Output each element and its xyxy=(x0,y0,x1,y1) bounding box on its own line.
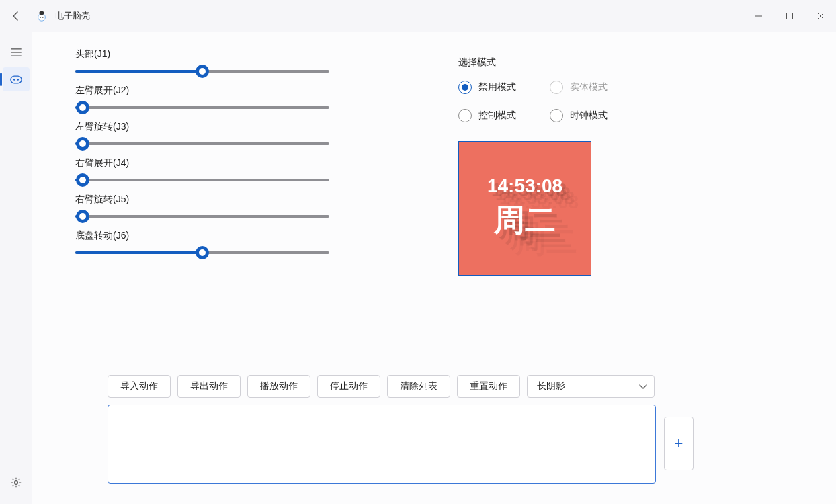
content-area: 头部(J1)左臂展开(J2)左臂旋转(J3)右臂展开(J4)右臂旋转(J5)底盘… xyxy=(32,32,836,504)
clock-card: 14:53:08 周二 xyxy=(458,141,591,276)
clock-weekday: 周二 xyxy=(494,200,556,241)
slider-3: 右臂展开(J4) xyxy=(75,157,405,181)
titlebar: 电子脑壳 xyxy=(0,0,836,32)
slider-track[interactable] xyxy=(75,179,329,181)
window-controls xyxy=(743,0,836,32)
settings-button[interactable] xyxy=(3,470,30,495)
sidebar-item-robot[interactable] xyxy=(3,67,30,91)
menu-button[interactable] xyxy=(3,40,30,65)
effect-select[interactable]: 长阴影 xyxy=(527,375,655,398)
slider-label: 右臂展开(J4) xyxy=(75,157,405,169)
slider-1: 左臂展开(J2) xyxy=(75,85,405,109)
back-button[interactable] xyxy=(8,8,24,24)
mode-radio-group: 禁用模式实体模式控制模式时钟模式 xyxy=(458,81,809,122)
slider-thumb[interactable] xyxy=(76,137,89,151)
app-icon xyxy=(35,9,48,23)
maximize-button[interactable] xyxy=(774,0,805,32)
close-icon xyxy=(817,13,824,19)
maximize-icon xyxy=(786,13,793,19)
slider-label: 右臂旋转(J5) xyxy=(75,194,405,206)
slider-5: 底盘转动(J6) xyxy=(75,230,405,254)
svg-point-13 xyxy=(17,79,19,81)
mode-radio-2[interactable]: 控制模式 xyxy=(458,109,539,122)
radio-label: 控制模式 xyxy=(478,110,516,122)
import-action-button[interactable]: 导入动作 xyxy=(108,375,171,398)
stop-action-button[interactable]: 停止动作 xyxy=(317,375,380,398)
minimize-button[interactable] xyxy=(743,0,774,32)
slider-thumb[interactable] xyxy=(76,101,89,114)
slider-track[interactable] xyxy=(75,106,329,109)
close-button[interactable] xyxy=(805,0,836,32)
slider-label: 左臂旋转(J3) xyxy=(75,121,405,133)
hamburger-icon xyxy=(11,48,22,56)
slider-label: 头部(J1) xyxy=(75,48,405,60)
mode-title: 选择模式 xyxy=(458,56,809,69)
sidebar xyxy=(0,32,32,504)
arrow-left-icon xyxy=(11,11,22,22)
play-action-button[interactable]: 播放动作 xyxy=(247,375,310,398)
reset-action-button[interactable]: 重置动作 xyxy=(457,375,520,398)
radio-outer-icon xyxy=(458,109,472,122)
slider-fill xyxy=(75,70,202,73)
radio-inner-icon xyxy=(462,84,468,91)
radio-outer-icon xyxy=(550,109,563,122)
minimize-icon xyxy=(755,13,762,19)
slider-thumb[interactable] xyxy=(196,65,209,78)
add-action-button[interactable]: + xyxy=(664,417,694,470)
radio-label: 实体模式 xyxy=(570,81,608,93)
mode-radio-3[interactable]: 时钟模式 xyxy=(550,109,630,122)
slider-thumb[interactable] xyxy=(196,246,209,259)
radio-outer-icon xyxy=(458,81,472,94)
slider-4: 右臂旋转(J5) xyxy=(75,194,405,218)
clock-time: 14:53:08 xyxy=(487,175,562,197)
mode-radio-0[interactable]: 禁用模式 xyxy=(458,81,539,94)
sliders-column: 头部(J1)左臂展开(J2)左臂旋转(J3)右臂展开(J4)右臂旋转(J5)底盘… xyxy=(75,48,405,276)
radio-label: 时钟模式 xyxy=(570,110,608,122)
slider-track[interactable] xyxy=(75,215,329,218)
export-action-button[interactable]: 导出动作 xyxy=(177,375,241,398)
svg-point-14 xyxy=(15,481,18,485)
slider-track[interactable] xyxy=(75,251,329,254)
slider-label: 左臂展开(J2) xyxy=(75,85,405,97)
slider-thumb[interactable] xyxy=(76,173,89,187)
slider-fill xyxy=(75,251,202,254)
slider-thumb[interactable] xyxy=(76,210,89,223)
settings-button-wrap xyxy=(0,470,32,495)
radio-outer-icon xyxy=(550,81,563,94)
svg-rect-5 xyxy=(787,13,793,19)
chevron-down-icon xyxy=(639,381,647,392)
svg-point-3 xyxy=(42,17,44,18)
svg-rect-11 xyxy=(11,76,22,83)
effect-select-value: 长阴影 xyxy=(537,380,565,392)
svg-point-1 xyxy=(39,11,44,15)
svg-point-2 xyxy=(40,17,41,18)
slider-track[interactable] xyxy=(75,142,329,145)
plus-icon: + xyxy=(675,435,683,452)
radio-label: 禁用模式 xyxy=(478,81,516,93)
gear-icon xyxy=(11,477,22,488)
app-window: 电子脑壳 xyxy=(0,0,836,504)
action-row: 导入动作 导出动作 播放动作 停止动作 清除列表 重置动作 长阴影 xyxy=(108,375,655,398)
clear-list-button[interactable]: 清除列表 xyxy=(387,375,450,398)
svg-point-12 xyxy=(13,79,15,81)
slider-0: 头部(J1) xyxy=(75,48,405,73)
robot-icon xyxy=(10,75,22,84)
action-list-box[interactable] xyxy=(108,405,656,484)
app-title: 电子脑壳 xyxy=(55,10,90,22)
slider-label: 底盘转动(J6) xyxy=(75,230,405,242)
right-column: 选择模式 禁用模式实体模式控制模式时钟模式 14:53:08 周二 xyxy=(458,48,809,276)
mode-radio-1: 实体模式 xyxy=(550,81,630,94)
slider-track[interactable] xyxy=(75,70,329,73)
slider-2: 左臂旋转(J3) xyxy=(75,121,405,145)
